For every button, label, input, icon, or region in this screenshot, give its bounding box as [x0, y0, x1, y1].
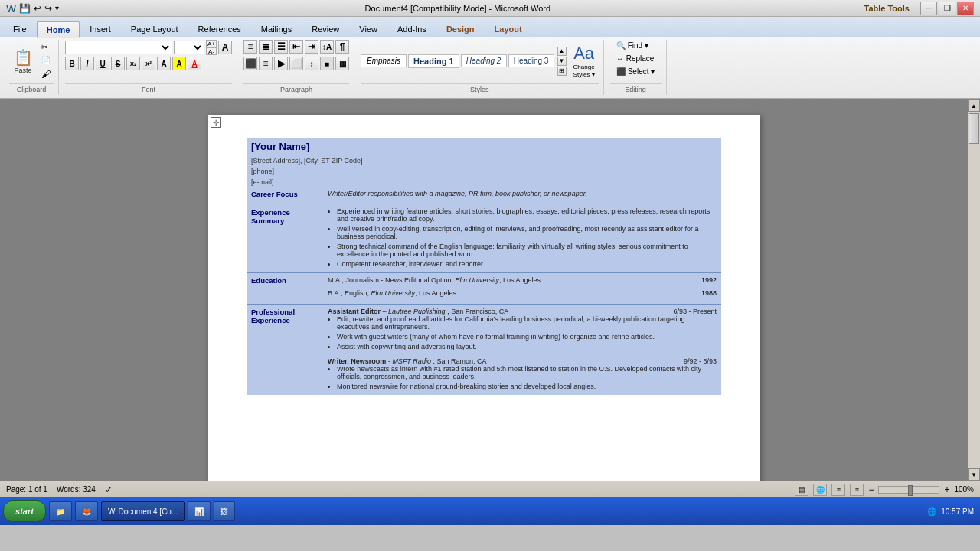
tab-add-ins[interactable]: Add-Ins: [387, 20, 436, 37]
decrease-indent-button[interactable]: ⇤: [289, 40, 303, 54]
style-heading2[interactable]: Heading 2: [461, 54, 507, 67]
borders-button[interactable]: ▦: [335, 57, 349, 70]
zoom-out-button[interactable]: −: [868, 484, 874, 495]
table-move-handle[interactable]: ✛: [211, 117, 221, 128]
view-web-button[interactable]: 🌐: [813, 484, 827, 496]
scroll-up-arrow[interactable]: ▲: [968, 99, 980, 112]
subscript-button[interactable]: X₂: [126, 57, 140, 70]
cut-button[interactable]: ✂: [38, 41, 54, 53]
job2-header: Writer, Newsroom - MSFT Radio , San Ramo…: [328, 357, 717, 365]
align-center-button[interactable]: ≡: [259, 57, 273, 70]
taskbar-doc-label: Document4 [Co...: [118, 507, 178, 516]
numbering-button[interactable]: ≣: [259, 40, 273, 54]
tab-design[interactable]: Design: [436, 20, 485, 37]
scroll-thumb[interactable]: [969, 113, 979, 144]
prof-exp-row2: Writer, Newsroom - MSFT Radio , San Ramo…: [247, 355, 721, 395]
styles-scroll: ▲ ▼ ⊞: [556, 47, 568, 76]
select-button[interactable]: ⬛ Select ▾: [613, 66, 658, 77]
style-emphasis[interactable]: Emphasis: [361, 54, 407, 67]
styles-group-content: Emphasis Heading 1 Heading 2 Heading 3 ▲…: [361, 40, 599, 82]
tab-review[interactable]: Review: [302, 20, 349, 37]
view-normal-button[interactable]: ▤: [795, 484, 808, 496]
minimize-button[interactable]: ─: [920, 2, 937, 15]
replace-button[interactable]: ↔ Replace: [613, 53, 657, 64]
taskbar-word-document[interactable]: W Document4 [Co...: [101, 501, 185, 521]
document-page: ✛ [Your Name] [Street Address], [City, S…: [208, 115, 760, 481]
sort-button[interactable]: ↕A: [320, 40, 334, 54]
tab-page-layout[interactable]: Page Layout: [121, 20, 188, 37]
view-outline-button[interactable]: ≡: [831, 484, 845, 496]
find-button[interactable]: 🔍 Find ▾: [613, 40, 652, 51]
taskbar-app4[interactable]: 🖼: [214, 501, 235, 521]
tab-insert[interactable]: Insert: [80, 20, 121, 37]
tab-view[interactable]: View: [349, 20, 387, 37]
style-heading1[interactable]: Heading 1: [408, 54, 459, 68]
table-tools-label: Table Tools: [857, 4, 918, 13]
explorer-icon: 📁: [56, 507, 65, 516]
bullets-button[interactable]: ≡: [243, 40, 257, 54]
shading-button[interactable]: ■: [320, 57, 334, 70]
style-heading3[interactable]: Heading 3: [508, 54, 554, 67]
multilevel-list-button[interactable]: ☰: [274, 40, 288, 54]
highlight-button[interactable]: A: [172, 57, 186, 70]
ribbon-content: 📋 Paste ✂ 📄 🖌 Clipboard: [0, 37, 980, 98]
close-button[interactable]: ✕: [957, 2, 974, 15]
document-scroll[interactable]: ✛ [Your Name] [Street Address], [City, S…: [0, 99, 968, 481]
prof-exp-row: ProfessionalExperience Assistant Editor …: [247, 305, 721, 356]
view-draft-button[interactable]: ≡: [850, 484, 864, 496]
tab-layout[interactable]: Layout: [485, 20, 532, 37]
scroll-down-arrow[interactable]: ▼: [968, 468, 980, 481]
vertical-scrollbar[interactable]: ▲ ▼: [968, 99, 980, 481]
restore-button[interactable]: ❐: [939, 2, 956, 15]
start-button[interactable]: start: [3, 500, 46, 522]
font-increase-button[interactable]: A+: [206, 40, 217, 47]
zoom-in-button[interactable]: +: [944, 484, 949, 495]
font-name-row: A+ A- A: [65, 40, 232, 55]
tab-home[interactable]: Home: [37, 21, 80, 38]
copy-button[interactable]: 📄: [38, 54, 54, 66]
quick-access-save[interactable]: 💾: [19, 3, 31, 14]
increase-indent-button[interactable]: ⇥: [305, 40, 318, 54]
superscript-button[interactable]: X²: [142, 57, 155, 70]
styles-more[interactable]: ⊞: [557, 67, 567, 76]
job2-spacer: [247, 355, 323, 395]
taskbar: start 📁 🦊 W Document4 [Co... 📊 🖼 🌐 10:57…: [0, 497, 980, 525]
change-styles-button[interactable]: Aa ChangeStyles ▾: [570, 41, 599, 80]
text-effects-button[interactable]: A: [157, 57, 171, 70]
window-title: Document4 [Compatibility Mode] - Microso…: [59, 4, 856, 13]
quick-access-undo[interactable]: ↩: [34, 3, 41, 14]
show-formatting-button[interactable]: ¶: [335, 40, 349, 54]
tab-references[interactable]: References: [188, 20, 251, 37]
justify-button[interactable]: ⬜: [289, 57, 303, 70]
taskbar-firefox[interactable]: 🦊: [75, 501, 98, 521]
job2-bullet-2: Monitored newswire for national ground-b…: [337, 383, 717, 390]
tab-mailings[interactable]: Mailings: [251, 20, 302, 37]
styles-scroll-up[interactable]: ▲: [557, 47, 567, 56]
underline-button[interactable]: U: [96, 57, 109, 70]
zoom-slider[interactable]: [878, 486, 939, 494]
styles-aa-icon: Aa: [573, 44, 594, 64]
font-size-select[interactable]: [174, 41, 204, 54]
zoom-slider-thumb[interactable]: [908, 485, 913, 496]
font-dialog-button[interactable]: A: [218, 41, 232, 54]
tab-file[interactable]: File: [3, 20, 37, 37]
paste-button[interactable]: 📋 Paste: [9, 46, 37, 77]
align-right-button[interactable]: ▶: [274, 57, 288, 70]
experience-content: Experienced in writing feature articles,…: [323, 205, 721, 273]
italic-button[interactable]: I: [80, 57, 94, 70]
editing-label: Editing: [610, 83, 662, 95]
quick-access-redo[interactable]: ↪: [44, 3, 52, 14]
line-spacing-button[interactable]: ↕: [305, 57, 318, 70]
font-decrease-button[interactable]: A-: [206, 47, 217, 55]
taskbar-explorer[interactable]: 📁: [49, 501, 72, 521]
font-color-button[interactable]: A: [188, 57, 201, 70]
strikethrough-button[interactable]: S: [111, 57, 125, 70]
taskbar-app3[interactable]: 📊: [188, 501, 211, 521]
document-area: ✛ [Your Name] [Street Address], [City, S…: [0, 99, 980, 481]
bold-button[interactable]: B: [65, 57, 79, 70]
font-name-select[interactable]: [65, 41, 172, 54]
align-left-button[interactable]: ⬛: [243, 57, 257, 70]
styles-scroll-down[interactable]: ▼: [557, 57, 567, 66]
format-painter-button[interactable]: 🖌: [38, 67, 54, 81]
clipboard-group: 📋 Paste ✂ 📄 🖌 Clipboard: [5, 40, 59, 95]
